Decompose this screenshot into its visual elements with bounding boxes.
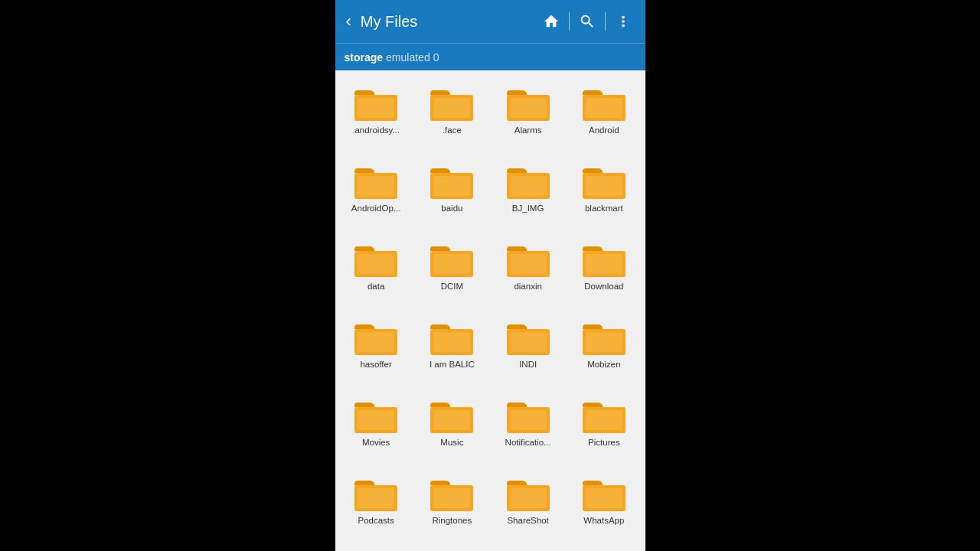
svg-rect-17 (358, 254, 394, 274)
folder-name-data: data (368, 282, 384, 291)
folder-item-iambalic[interactable]: I am BALIC (414, 311, 490, 389)
folder-icon-dcim (429, 240, 475, 279)
header-divider-1 (569, 12, 570, 31)
svg-rect-25 (358, 332, 394, 352)
folder-icon-baidu (429, 162, 475, 201)
folder-item-notifications[interactable]: Notificatio... (490, 389, 566, 467)
back-button[interactable]: ‹ (343, 8, 354, 34)
breadcrumb-emulated[interactable]: emulated (386, 51, 430, 64)
folder-item-shareshot[interactable]: ShareShot (490, 467, 566, 545)
folder-name-hasoffer: hasoffer (360, 360, 391, 369)
folder-name-notifications: Notificatio... (505, 438, 551, 447)
svg-rect-27 (433, 332, 470, 352)
folder-name-whatsapp: WhatsApp (583, 516, 624, 525)
svg-rect-13 (510, 176, 547, 196)
folder-name-music: Music (440, 438, 463, 447)
folder-icon-podcasts (353, 474, 399, 513)
folder-icon-whatsapp (581, 474, 627, 513)
folder-item-music[interactable]: Music (414, 389, 490, 467)
folder-item-androidsy[interactable]: .androidsy... (338, 77, 414, 155)
header-divider-2 (605, 12, 606, 31)
svg-rect-39 (586, 410, 622, 430)
folder-name-face: .face (443, 126, 462, 135)
folder-icon-android (581, 84, 627, 122)
folder-name-iambalic: I am BALIC (430, 360, 475, 369)
svg-rect-47 (586, 488, 622, 508)
folder-item-baidu[interactable]: baidu (414, 155, 490, 233)
folder-item-bjimg[interactable]: BJ_IMG (490, 155, 566, 233)
folder-item-hasoffer[interactable]: hasoffer (338, 311, 414, 389)
folder-item-dcim[interactable]: DCIM (414, 233, 490, 311)
svg-rect-29 (510, 332, 547, 352)
folder-name-baidu: baidu (441, 204, 462, 213)
folder-icon-pictures (581, 396, 627, 435)
svg-rect-33 (358, 410, 394, 430)
home-button[interactable] (537, 8, 566, 34)
svg-rect-9 (358, 176, 394, 196)
folder-icon-movies (353, 396, 399, 435)
folder-icon-hasoffer (353, 318, 399, 357)
svg-rect-41 (358, 488, 394, 508)
svg-rect-5 (510, 98, 547, 118)
folder-item-whatsapp[interactable]: WhatsApp (566, 467, 642, 545)
breadcrumb-storage[interactable]: storage (345, 51, 384, 64)
folder-icon-data (353, 240, 399, 279)
folder-item-android[interactable]: Android (566, 77, 642, 155)
folder-item-movies[interactable]: Movies (338, 389, 414, 467)
folder-icon-androidsy (353, 84, 399, 122)
phone-container: ‹ My Files storage emulat (335, 0, 645, 551)
folder-item-pictures[interactable]: Pictures (566, 389, 642, 467)
svg-rect-23 (586, 254, 622, 274)
folder-icon-alarms (505, 84, 551, 122)
folder-item-face[interactable]: .face (414, 77, 490, 155)
folder-name-android: Android (589, 126, 619, 135)
folder-item-data[interactable]: data (338, 233, 414, 311)
folder-item-androidop[interactable]: AndroidOp... (338, 155, 414, 233)
folder-name-podcasts: Podcasts (358, 516, 394, 525)
folder-name-dcim: DCIM (441, 282, 463, 291)
svg-rect-15 (586, 176, 622, 196)
folder-item-mobizen[interactable]: Mobizen (566, 311, 642, 389)
folder-icon-face (429, 84, 475, 122)
folder-icon-androidop (353, 162, 399, 201)
folder-icon-indi (505, 318, 551, 357)
folder-item-alarms[interactable]: Alarms (490, 77, 566, 155)
folder-item-blackmart[interactable]: blackmart (566, 155, 642, 233)
folder-name-bjimg: BJ_IMG (512, 204, 544, 213)
folder-name-dianxin: dianxin (514, 282, 541, 291)
svg-rect-11 (433, 176, 470, 196)
svg-rect-19 (433, 254, 470, 274)
folder-item-ringtones[interactable]: Ringtones (414, 467, 490, 545)
folder-icon-iambalic (429, 318, 475, 357)
folder-icon-blackmart (581, 162, 627, 201)
svg-rect-21 (510, 254, 547, 274)
search-button[interactable] (573, 8, 602, 34)
folder-icon-dianxin (505, 240, 551, 279)
folder-icon-notifications (505, 396, 551, 435)
svg-rect-35 (433, 410, 470, 430)
svg-rect-37 (510, 410, 547, 430)
svg-rect-43 (433, 488, 470, 508)
folder-icon-music (429, 396, 475, 435)
svg-rect-45 (510, 488, 547, 508)
folder-name-ringtones: Ringtones (432, 516, 472, 525)
folder-item-dianxin[interactable]: dianxin (490, 233, 566, 311)
breadcrumb: storage emulated 0 (335, 43, 645, 70)
folder-name-blackmart: blackmart (585, 204, 623, 213)
breadcrumb-0[interactable]: 0 (433, 51, 439, 64)
svg-rect-31 (586, 332, 622, 352)
folder-name-mobizen: Mobizen (587, 360, 620, 369)
menu-button[interactable] (609, 8, 638, 34)
svg-rect-3 (433, 98, 470, 118)
folder-icon-download (581, 240, 627, 279)
folder-item-download[interactable]: Download (566, 233, 642, 311)
folder-name-movies: Movies (362, 438, 390, 447)
header-icons (537, 8, 638, 34)
folder-item-indi[interactable]: INDI (490, 311, 566, 389)
folder-item-podcasts[interactable]: Podcasts (338, 467, 414, 545)
header: ‹ My Files (335, 0, 645, 43)
svg-rect-1 (358, 98, 394, 118)
folder-name-shareshot: ShareShot (507, 516, 548, 525)
file-grid: .androidsy... .face Alarms Android Andro… (335, 70, 645, 551)
folder-icon-mobizen (581, 318, 627, 357)
